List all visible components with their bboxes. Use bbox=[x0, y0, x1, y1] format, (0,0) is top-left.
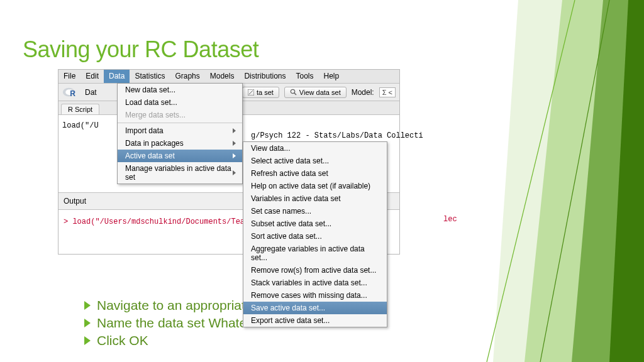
menu-item-label: Merge data sets... bbox=[125, 111, 186, 119]
menu-item-label: Import data bbox=[125, 126, 164, 135]
submenu-item-help-on-active-data-set-if-available[interactable]: Help on active data set (if available) bbox=[243, 180, 387, 192]
svg-marker-9 bbox=[572, 0, 644, 362]
menu-tools[interactable]: Tools bbox=[291, 70, 318, 83]
svg-point-5 bbox=[291, 89, 294, 93]
chevron-right-icon bbox=[233, 128, 236, 133]
menu-item-load-data-set[interactable]: Load data set... bbox=[118, 96, 242, 109]
slide-title: Saving your RC Dataset bbox=[23, 36, 258, 63]
menu-item-import-data[interactable]: Import data bbox=[118, 124, 242, 137]
submenu-item-label: Stack variables in active data set... bbox=[251, 278, 367, 287]
submenu-item-export-active-data-set[interactable]: Export active data set... bbox=[243, 314, 387, 327]
data-menu-dropdown: New data set...Load data set...Merge dat… bbox=[117, 83, 243, 184]
submenu-item-sort-active-data-set[interactable]: Sort active data set... bbox=[243, 230, 387, 243]
view-dataset-label: View data set bbox=[299, 89, 341, 96]
submenu-item-label: Remove row(s) from active data set... bbox=[251, 266, 376, 275]
output-line: > load("/Users/mdschulkind/Documents/Tea… bbox=[64, 217, 249, 226]
chevron-right-icon bbox=[233, 153, 236, 158]
menu-item-merge-data-sets: Merge data sets... bbox=[118, 109, 242, 121]
svg-line-4 bbox=[249, 90, 253, 94]
menu-item-label: Data in packages bbox=[125, 139, 184, 148]
active-dataset-submenu: View data...Select active data set...Ref… bbox=[243, 141, 387, 327]
menu-item-label: Load data set... bbox=[125, 98, 177, 107]
menu-distributions[interactable]: Distributions bbox=[239, 70, 291, 83]
submenu-item-label: Save active data set... bbox=[251, 304, 325, 312]
r-logo-icon: R bbox=[62, 87, 79, 98]
menu-graphs[interactable]: Graphs bbox=[170, 70, 204, 83]
submenu-item-set-case-names[interactable]: Set case names... bbox=[243, 205, 387, 217]
svg-marker-7 bbox=[493, 0, 644, 362]
bullet-text: Click OK bbox=[97, 333, 148, 348]
bullet-triangle-icon bbox=[84, 319, 91, 327]
submenu-item-refresh-active-data-set[interactable]: Refresh active data set bbox=[243, 167, 387, 180]
edit-dataset-label-fragment: ta set bbox=[257, 89, 274, 96]
menu-bar: FileEditDataStatisticsGraphsModelsDistri… bbox=[58, 70, 399, 84]
toolbar-dataset-label: Dat bbox=[85, 88, 97, 97]
menu-separator bbox=[118, 123, 242, 123]
submenu-item-label: Variables in active data set bbox=[251, 194, 341, 203]
submenu-item-label: Help on active data set (if available) bbox=[251, 182, 370, 190]
svg-line-6 bbox=[294, 93, 296, 95]
model-label: Model: bbox=[352, 88, 374, 97]
menu-item-data-in-packages[interactable]: Data in packages bbox=[118, 137, 242, 150]
svg-marker-8 bbox=[525, 0, 644, 362]
submenu-item-stack-variables-in-active-data-set[interactable]: Stack variables in active data set... bbox=[243, 277, 387, 289]
menu-models[interactable]: Models bbox=[205, 70, 240, 83]
submenu-item-label: Subset active data set... bbox=[251, 219, 331, 228]
model-value-box[interactable]: Σ < bbox=[379, 87, 396, 97]
bullet-triangle-icon bbox=[84, 336, 91, 345]
submenu-item-select-active-data-set[interactable]: Select active data set... bbox=[243, 155, 387, 167]
menu-item-label: New data set... bbox=[125, 85, 175, 94]
submenu-item-remove-cases-with-missing-data[interactable]: Remove cases with missing data... bbox=[243, 289, 387, 302]
submenu-item-variables-in-active-data-set[interactable]: Variables in active data set bbox=[243, 192, 387, 205]
script-text-left: load("/U bbox=[62, 121, 99, 130]
submenu-item-label: Select active data set... bbox=[251, 156, 329, 165]
edit-dataset-button[interactable]: ta set bbox=[242, 87, 279, 98]
menu-item-label: Manage variables in active data set bbox=[125, 164, 233, 182]
menu-item-manage-variables-in-active-data-set[interactable]: Manage variables in active data set bbox=[118, 162, 242, 184]
submenu-item-label: Set case names... bbox=[251, 207, 311, 216]
bullet-row: Click OK bbox=[84, 333, 318, 348]
menu-statistics[interactable]: Statistics bbox=[130, 70, 170, 83]
submenu-item-view-data[interactable]: View data... bbox=[243, 142, 387, 155]
svg-text:R: R bbox=[70, 89, 75, 98]
chevron-right-icon bbox=[233, 170, 236, 175]
view-dataset-button[interactable]: View data set bbox=[284, 87, 347, 98]
submenu-item-label: Sort active data set... bbox=[251, 232, 322, 241]
svg-line-12 bbox=[540, 0, 609, 362]
submenu-item-aggregate-variables-in-active-data-set[interactable]: Aggregate variables in active data set..… bbox=[243, 243, 387, 264]
script-text-right: g/Psych 122 - Stats/Labs/Data Collecti bbox=[251, 131, 423, 140]
submenu-item-label: Refresh active data set bbox=[251, 169, 328, 178]
submenu-item-label: Export active data set... bbox=[251, 316, 330, 325]
chevron-right-icon bbox=[233, 141, 236, 146]
submenu-item-subset-active-data-set[interactable]: Subset active data set... bbox=[243, 217, 387, 230]
edit-icon bbox=[248, 89, 254, 96]
menu-item-active-data-set[interactable]: Active data set bbox=[118, 150, 242, 162]
submenu-item-label: Remove cases with missing data... bbox=[251, 291, 367, 300]
menu-help[interactable]: Help bbox=[319, 70, 345, 83]
magnifier-icon bbox=[290, 89, 297, 96]
output-line-tail: lec bbox=[443, 215, 457, 224]
svg-line-11 bbox=[487, 0, 575, 362]
submenu-item-label: View data... bbox=[251, 144, 290, 153]
menu-file[interactable]: File bbox=[58, 70, 80, 83]
svg-marker-10 bbox=[609, 0, 644, 362]
decorative-triangles bbox=[480, 0, 644, 362]
menu-edit[interactable]: Edit bbox=[80, 70, 104, 83]
submenu-item-remove-row-s-from-active-data-set[interactable]: Remove row(s) from active data set... bbox=[243, 264, 387, 277]
tab-r-script[interactable]: R Script bbox=[61, 104, 99, 114]
menu-item-label: Active data set bbox=[125, 151, 175, 160]
submenu-item-label: Aggregate variables in active data set..… bbox=[251, 244, 380, 262]
submenu-item-save-active-data-set[interactable]: Save active data set... bbox=[243, 302, 387, 314]
bullet-triangle-icon bbox=[84, 301, 91, 310]
menu-item-new-data-set[interactable]: New data set... bbox=[118, 84, 242, 96]
menu-data[interactable]: Data bbox=[104, 70, 130, 83]
